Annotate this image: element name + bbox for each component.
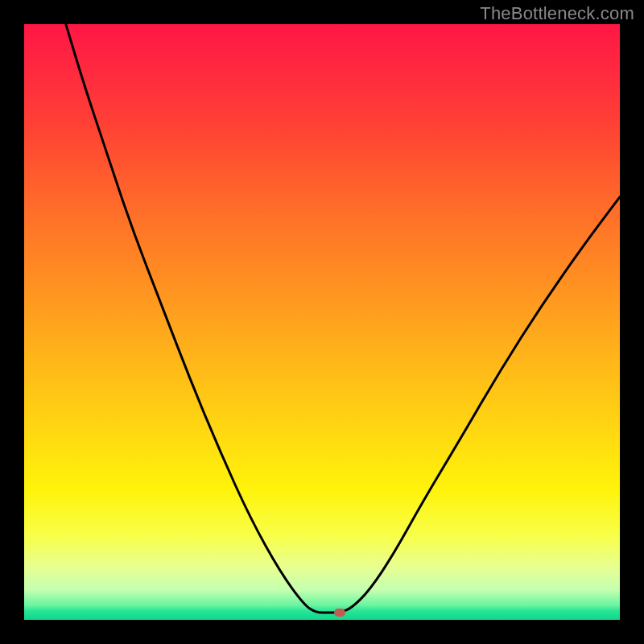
minimum-marker: [334, 609, 345, 617]
watermark-text: TheBottleneck.com: [480, 3, 634, 24]
bottleneck-curve: [24, 24, 620, 620]
chart-frame: TheBottleneck.com: [0, 0, 644, 644]
plot-area: [24, 24, 620, 620]
